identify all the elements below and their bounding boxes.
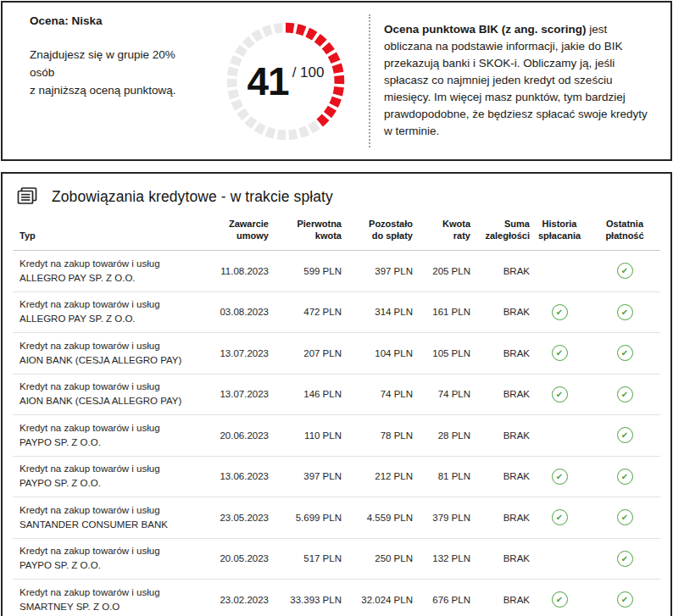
last-payment-status-cell: ✔	[589, 427, 660, 443]
loan-type-cell: Kredyt na zakup towarów i usługPAYPO SP.…	[13, 544, 206, 573]
loan-lender: SMARTNEY SP. Z O.O	[19, 600, 206, 614]
score-gauge-value: 41 / 100	[220, 15, 352, 147]
check-circle-icon: ✔	[552, 509, 568, 525]
column-header-kwota-raty: Kwotaraty	[413, 218, 470, 241]
score-description-bold: Ocena punktowa BIK (z ang. scoring)	[384, 23, 587, 36]
last-payment-status-cell: ✔	[589, 304, 660, 320]
original-amount-cell: 517 PLN	[269, 553, 342, 563]
original-amount-cell: 599 PLN	[269, 266, 342, 276]
original-amount-cell: 207 PLN	[269, 348, 342, 358]
contract-date-cell: 13.07.2023	[206, 348, 269, 358]
original-amount-cell: 397 PLN	[269, 471, 342, 481]
original-amount-cell: 146 PLN	[269, 389, 342, 399]
column-header-zawarcie-umowy: Zawarcieumowy	[206, 218, 269, 241]
check-circle-icon: ✔	[617, 427, 633, 443]
arrears-cell: BRAK	[470, 348, 530, 358]
installment-cell: 205 PLN	[413, 266, 470, 276]
loan-type: Kredyt na zakup towarów i usług	[19, 297, 206, 312]
score-max: / 100	[292, 64, 325, 81]
loan-type: Kredyt na zakup towarów i usług	[19, 462, 206, 476]
loan-type-cell: Kredyt na zakup towarów i usługALLEGRO P…	[13, 297, 206, 326]
table-row: Kredyt na zakup towarów i usługSMARTNEY …	[13, 580, 660, 616]
check-circle-icon: ✔	[617, 591, 633, 608]
remaining-amount-cell: 32.024 PLN	[342, 595, 413, 605]
loan-type-cell: Kredyt na zakup towarów i usługAION BANK…	[13, 339, 206, 368]
remaining-amount-cell: 212 PLN	[342, 471, 413, 481]
table-row: Kredyt na zakup towarów i usługAION BANK…	[13, 375, 660, 416]
contract-date-cell: 23.02.2023	[206, 595, 269, 605]
remaining-amount-cell: 4.559 PLN	[342, 513, 413, 523]
column-header-ostatnia-platnosc: Ostatniapłatność	[589, 218, 660, 241]
obligations-card: Zobowiązania kredytowe - w trakcie spłat…	[1, 172, 672, 616]
check-circle-icon: ✔	[617, 509, 633, 525]
column-header-suma-zaleglosci: Sumazaległości	[470, 218, 530, 241]
score-value: 41	[248, 62, 289, 101]
loan-type-cell: Kredyt na zakup towarów i usługPAYPO SP.…	[13, 421, 206, 450]
remaining-amount-cell: 314 PLN	[342, 307, 413, 317]
column-header-historia-splacania: Historiaspłacania	[530, 218, 589, 241]
contract-date-cell: 03.08.2023	[206, 307, 269, 317]
score-description-panel: Ocena punktowa BIK (z ang. scoring) jest…	[370, 13, 659, 149]
score-description: Ocena punktowa BIK (z ang. scoring) jest…	[384, 21, 655, 140]
loan-lender: PAYPO SP. Z O.O.	[19, 436, 206, 450]
last-payment-status-cell: ✔	[589, 345, 660, 361]
check-circle-icon: ✔	[617, 551, 633, 567]
score-group-line1: Znajdujesz się w grupie 20% osób	[30, 46, 192, 81]
check-circle-icon: ✔	[617, 345, 633, 361]
check-circle-icon: ✔	[617, 386, 633, 402]
installment-cell: 105 PLN	[413, 348, 470, 358]
score-card: Ocena: Niska Znajdujesz się w grupie 20%…	[1, 1, 672, 161]
check-circle-icon: ✔	[617, 263, 633, 279]
history-status-cell: ✔	[530, 509, 589, 525]
loan-type: Kredyt na zakup towarów i usług	[19, 421, 206, 436]
installment-cell: 28 PLN	[413, 430, 470, 441]
installment-cell: 81 PLN	[413, 471, 470, 481]
table-row: Kredyt na zakup towarów i usługPAYPO SP.…	[13, 539, 660, 580]
last-payment-status-cell: ✔	[589, 591, 660, 608]
table-column-headers: TypZawarcieumowyPierwotnakwotaPozostałod…	[13, 213, 660, 251]
loan-lender: AION BANK (CESJA ALLEGRO PAY)	[19, 394, 206, 408]
arrears-cell: BRAK	[470, 553, 530, 563]
remaining-amount-cell: 104 PLN	[342, 348, 413, 358]
arrears-cell: BRAK	[470, 595, 530, 605]
history-status-cell: ✔	[530, 345, 589, 361]
installment-cell: 379 PLN	[413, 513, 470, 523]
last-payment-status-cell: ✔	[589, 469, 660, 485]
score-group-line2: z najniższą oceną punktową.	[30, 81, 192, 99]
loan-type: Kredyt na zakup towarów i usług	[19, 380, 206, 394]
loan-type: Kredyt na zakup towarów i usług	[19, 585, 206, 600]
original-amount-cell: 33.393 PLN	[269, 595, 342, 605]
check-circle-icon: ✔	[552, 386, 568, 402]
original-amount-cell: 5.699 PLN	[269, 513, 342, 523]
table-row: Kredyt na zakup towarów i usługAION BANK…	[13, 333, 660, 375]
arrears-cell: BRAK	[470, 430, 530, 441]
table-row: Kredyt na zakup towarów i usługSANTANDER…	[13, 497, 660, 539]
loan-type-cell: Kredyt na zakup towarów i usługAION BANK…	[13, 380, 206, 408]
table-body: Kredyt na zakup towarów i usługALLEGRO P…	[13, 251, 660, 616]
contract-date-cell: 11.08.2023	[206, 266, 269, 276]
history-status-cell: ✔	[530, 386, 589, 402]
column-header-typ: Typ	[13, 230, 206, 241]
contract-date-cell: 23.05.2023	[206, 513, 269, 523]
arrears-cell: BRAK	[470, 389, 530, 399]
loan-lender: ALLEGRO PAY SP. Z O.O.	[19, 271, 206, 286]
loan-type-cell: Kredyt na zakup towarów i usługALLEGRO P…	[13, 257, 206, 286]
check-circle-icon: ✔	[552, 345, 568, 361]
table-row: Kredyt na zakup towarów i usługPAYPO SP.…	[13, 457, 660, 498]
table-row: Kredyt na zakup towarów i usługALLEGRO P…	[13, 292, 660, 334]
loan-type: Kredyt na zakup towarów i usług	[19, 544, 206, 558]
obligations-title: Zobowiązania kredytowe - w trakcie spłat…	[52, 188, 333, 206]
loan-type: Kredyt na zakup towarów i usług	[19, 257, 206, 271]
loan-type: Kredyt na zakup towarów i usług	[19, 503, 206, 518]
original-amount-cell: 110 PLN	[269, 430, 342, 441]
last-payment-status-cell: ✔	[589, 263, 660, 279]
original-amount-cell: 472 PLN	[269, 307, 342, 317]
contract-date-cell: 13.07.2023	[206, 389, 269, 399]
last-payment-status-cell: ✔	[589, 386, 660, 402]
score-description-rest: jest obliczana na podstawie informacji, …	[384, 23, 648, 137]
history-status-cell: ✔	[530, 469, 589, 485]
loan-type-cell: Kredyt na zakup towarów i usługPAYPO SP.…	[13, 462, 206, 491]
table-row: Kredyt na zakup towarów i usługALLEGRO P…	[13, 251, 660, 292]
contract-date-cell: 20.06.2023	[206, 430, 269, 441]
obligations-header: Zobowiązania kredytowe - w trakcie spłat…	[13, 174, 660, 213]
